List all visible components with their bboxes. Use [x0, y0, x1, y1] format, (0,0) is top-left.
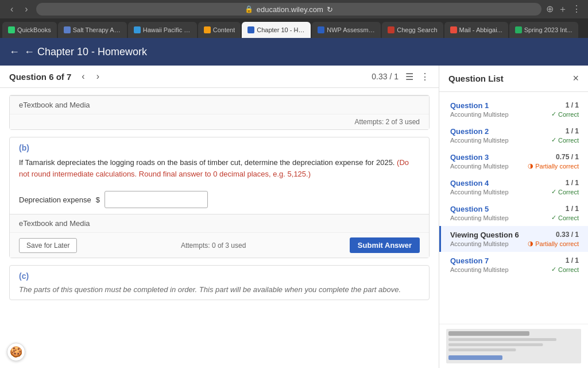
nav-back-button[interactable]: ‹ [7, 3, 17, 16]
q-item-type: Accounting Multistep [450, 189, 509, 195]
panel-content: Question 1 Accounting Multistep 1 / 1 ✓ … [439, 92, 588, 324]
status-icon: ✓ [551, 110, 556, 118]
etextbook-bar-b: eTextbook and Media [10, 214, 429, 232]
q-item-left: Question 7 Accounting Multistep [450, 256, 509, 273]
svg-rect-4 [448, 348, 516, 351]
nav-forward-button[interactable]: › [21, 3, 31, 16]
part-b-text: If Tamarisk depreciates the logging road… [19, 157, 420, 179]
next-question-button[interactable]: › [93, 70, 103, 83]
question-score: 0.33 / 1 [372, 72, 399, 81]
menu-icon[interactable]: ⋮ [572, 3, 581, 16]
q-status: ✓ Correct [551, 266, 579, 273]
submit-button[interactable]: Submit Answer [350, 237, 420, 253]
svg-rect-2 [448, 338, 556, 341]
q-item-type: Accounting Multistep [450, 214, 509, 221]
q-item-right: 1 / 1 ✓ Correct [551, 179, 579, 195]
part-c-locked-text: The parts of this question must be compl… [19, 285, 420, 294]
question-list-panel: Question List × Question 1 Accounting Mu… [439, 66, 588, 368]
etextbook-label-a: eTextbook and Media [19, 101, 90, 109]
status-label: Correct [558, 111, 579, 118]
q-status: ◑ Partially correct [528, 240, 579, 247]
q-status: ✓ Correct [551, 214, 579, 221]
question-header: Question 6 of 7 ‹ › 0.33 / 1 ☰ ⋮ [0, 66, 439, 88]
back-button[interactable]: ← ← Chapter 10 - Homework [9, 46, 147, 58]
address-bar[interactable]: 🔒 education.wiley.com ↻ [36, 3, 541, 16]
q-item-type: Accounting Multistep [450, 111, 509, 118]
status-label: Correct [558, 137, 579, 144]
question-list-item[interactable]: Question 7 Accounting Multistep 1 / 1 ✓ … [439, 252, 588, 278]
tab-salt-therapy[interactable]: Salt Therapy As... [58, 22, 127, 38]
reload-icon[interactable]: ↻ [327, 5, 333, 14]
q-item-left: Question 5 Accounting Multistep [450, 205, 509, 221]
q-item-name: Question 4 [450, 179, 509, 187]
q-item-right: 1 / 1 ✓ Correct [551, 205, 579, 221]
q-item-name: Question 5 [450, 205, 509, 213]
part-b-label: (b) [19, 143, 420, 152]
part-b-section: (b) If Tamarisk depreciates the logging … [9, 137, 430, 258]
svg-rect-5 [448, 355, 502, 360]
status-icon: ✓ [551, 136, 556, 144]
part-c-section: (c) The parts of this question must be c… [9, 265, 430, 300]
attempts-bar-a: Attempts: 2 of 3 used [10, 114, 429, 129]
q-score: 1 / 1 [551, 179, 579, 187]
bookmark-icon[interactable]: ⊕ [546, 3, 554, 16]
tab-label: QuickBooks [17, 26, 51, 33]
page-thumbnail [446, 329, 581, 363]
q-score: 0.33 / 1 [528, 231, 579, 239]
status-icon: ◑ [528, 240, 533, 247]
status-label: Correct [558, 266, 579, 273]
question-list-item[interactable]: Question 3 Accounting Multistep 0.75 / 1… [439, 148, 588, 174]
status-label: Partially correct [535, 163, 579, 170]
url-text: education.wiley.com [257, 5, 323, 14]
q-status: ✓ Correct [551, 110, 579, 118]
q-item-name: Question 2 [450, 127, 509, 136]
tab-label: Hawaii Pacific U... [143, 26, 191, 33]
q-score: 1 / 1 [551, 127, 579, 135]
tab-quickbooks[interactable]: QuickBooks [2, 22, 57, 38]
q-item-left: Question 2 Accounting Multistep [450, 127, 509, 144]
list-icon[interactable]: ☰ [405, 71, 413, 82]
tab-label: Salt Therapy As... [73, 26, 121, 33]
q-score: 0.75 / 1 [528, 153, 579, 161]
part-a-section: eTextbook and Media Attempts: 2 of 3 use… [9, 95, 430, 130]
tab-spring2023[interactable]: Spring 2023 Int... [509, 22, 578, 38]
score-area: 0.33 / 1 ☰ ⋮ [372, 71, 430, 82]
tab-nwp[interactable]: NWP Assessme... [312, 22, 381, 38]
question-list-item[interactable]: Question 4 Accounting Multistep 1 / 1 ✓ … [439, 174, 588, 200]
action-bar-b: Save for Later Attempts: 0 of 3 used Sub… [10, 232, 429, 258]
prev-question-button[interactable]: ‹ [78, 70, 88, 83]
browser-actions: ⊕ ＋ ⋮ [546, 3, 581, 16]
tab-bar: QuickBooks Salt Therapy As... Hawaii Pac… [0, 18, 588, 38]
panel-thumbnail [439, 324, 588, 368]
q-item-right: 1 / 1 ✓ Correct [551, 256, 579, 273]
q-status: ◑ Partially correct [528, 162, 579, 170]
q-score: 1 / 1 [551, 101, 579, 109]
main-layout: Question 6 of 7 ‹ › 0.33 / 1 ☰ ⋮ eTextbo… [0, 66, 588, 368]
question-list-item[interactable]: Question 5 Accounting Multistep 1 / 1 ✓ … [439, 200, 588, 226]
question-list-item[interactable]: Question 1 Accounting Multistep 1 / 1 ✓ … [439, 97, 588, 122]
close-panel-button[interactable]: × [572, 72, 579, 85]
tab-chegg[interactable]: Chegg Search [382, 22, 443, 38]
question-content: eTextbook and Media Attempts: 2 of 3 use… [0, 88, 439, 368]
q-status: ✓ Correct [551, 136, 579, 144]
q-item-type: Accounting Multistep [450, 163, 509, 170]
tab-chapter10[interactable]: Chapter 10 - Ho... [242, 22, 311, 38]
depreciation-input[interactable] [105, 191, 208, 208]
more-options-icon[interactable]: ⋮ [420, 71, 430, 82]
part-b-question: If Tamarisk depreciates the logging road… [19, 158, 394, 167]
question-list-item[interactable]: Viewing Question 6 Accounting Multistep … [439, 226, 588, 252]
tab-label: Chapter 10 - Ho... [257, 26, 305, 33]
q-item-right: 1 / 1 ✓ Correct [551, 101, 579, 118]
tab-add-icon[interactable]: ＋ [558, 3, 567, 16]
status-icon: ✓ [551, 188, 556, 195]
save-later-button[interactable]: Save for Later [19, 238, 77, 253]
tab-content[interactable]: Content [198, 22, 241, 38]
input-label: Depreciation expense [19, 195, 91, 204]
cookie-button[interactable]: 🍪 [7, 343, 25, 361]
tab-mail[interactable]: Mail - Abbigai... [444, 22, 508, 38]
q-item-left: Viewing Question 6 Accounting Multistep [450, 231, 519, 247]
back-arrow-icon: ← [9, 46, 20, 58]
question-list-item[interactable]: Question 2 Accounting Multistep 1 / 1 ✓ … [439, 122, 588, 148]
tab-hawaii-pacific[interactable]: Hawaii Pacific U... [128, 22, 197, 38]
app-header: ← ← Chapter 10 - Homework [0, 38, 588, 66]
